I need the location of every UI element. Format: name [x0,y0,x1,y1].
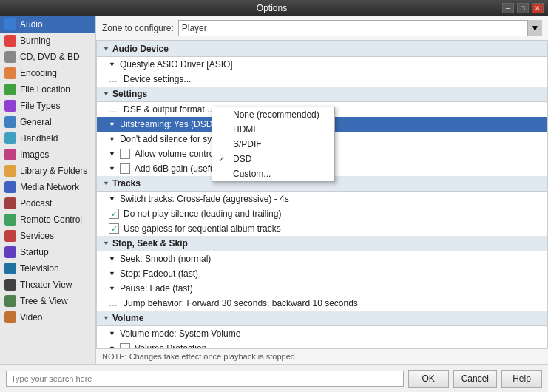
section-arrow: ▼ [103,90,109,98]
row-checkbox[interactable]: ✓ [109,223,119,234]
cancel-button[interactable]: Cancel [453,370,497,388]
dropdown-item-label: Custom... [233,169,271,179]
section-header-settings[interactable]: ▼Settings [97,87,547,102]
sidebar-item-file-types[interactable]: File Types [0,98,95,114]
sidebar-item-handheld[interactable]: Handheld [0,130,95,146]
sidebar-label-services: Services [20,231,54,241]
option-row-tracks-2[interactable]: ✓Use gapless for sequential album tracks [97,221,547,236]
checkmark-icon: ✓ [111,209,118,219]
sidebar-label-media-network: Media Network [20,182,79,192]
encoding-icon [4,67,16,79]
dropdown-item-label: None (recommended) [233,109,319,120]
sidebar-item-remote[interactable]: Remote Control [0,212,95,228]
row-text: Seek: Smooth (normal) [120,254,211,264]
option-row-tracks-1[interactable]: ✓Do not play silence (leading and traili… [97,206,547,221]
row-arrow-icon: ▼ [109,165,115,172]
sidebar-item-images[interactable]: Images [0,146,95,163]
ok-button[interactable]: OK [408,370,449,388]
footer: OK Cancel Help [0,364,548,392]
section-header-stop-seek[interactable]: ▼Stop, Seek & Skip [97,236,547,251]
sidebar-item-file-location[interactable]: File Location [0,81,95,98]
section-arrow: ▼ [103,45,109,53]
section-header-volume[interactable]: ▼Volume [97,311,547,326]
images-icon [4,149,16,160]
dropdown-item[interactable]: ✓DSD [212,152,334,166]
sidebar-item-tree[interactable]: Tree & View [0,293,95,309]
theater-icon [4,279,16,291]
help-button[interactable]: Help [501,370,542,388]
section-header-audio-device[interactable]: ▼Audio Device [97,41,547,57]
sidebar-label-theater: Theater View [20,280,72,290]
row-text: Volume Protection... [135,343,214,348]
row-checkbox[interactable]: ✓ [109,209,119,219]
row-text: Questyle ASIO Driver [ASIO] [120,59,233,70]
dropdown-item[interactable]: HDMI [212,122,334,137]
tree-icon [4,295,16,307]
sidebar-item-startup[interactable]: Startup [0,244,95,260]
row-text: Volume mode: System Volume [120,328,240,339]
sidebar-item-television[interactable]: Television [0,260,95,277]
option-row-stop-seek-2[interactable]: ▼Pause: Fade (fast) [97,281,547,296]
sidebar-item-media-network[interactable]: Media Network [0,179,95,195]
sidebar-item-burning[interactable]: Burning [0,33,95,49]
sidebar-item-audio[interactable]: Audio [0,16,95,33]
general-icon [4,116,16,128]
window-controls: ─ □ ✕ [502,3,544,13]
row-arrow-icon: ▼ [109,330,115,337]
title-bar: Options ─ □ ✕ [0,0,548,16]
option-row-stop-seek-3[interactable]: …Jump behavior: Forward 30 seconds, back… [97,296,547,311]
sidebar: AudioBurningCD, DVD & BDEncodingFile Loc… [0,16,96,364]
dropdown-item-label: S/PDIF [233,139,262,149]
dropdown-item[interactable]: None (recommended) [212,107,334,122]
sidebar-item-general[interactable]: General [0,114,95,130]
dropdown-item[interactable]: Custom... [212,166,334,181]
sidebar-item-services[interactable]: Services [0,228,95,244]
sidebar-item-video[interactable]: Video [0,309,95,325]
option-row-tracks-0[interactable]: ▼Switch tracks: Cross-fade (aggressive) … [97,192,547,206]
row-arrow-icon: ▼ [109,255,115,263]
row-arrow-icon: ▼ [109,345,115,348]
zone-select[interactable]: Player [178,20,542,36]
dropdown-item[interactable]: S/PDIF [212,137,334,152]
bitstreaming-dropdown: None (recommended)HDMIS/PDIF✓DSDCustom..… [212,107,335,182]
section-arrow: ▼ [103,314,109,322]
option-row-audio-device-0[interactable]: ▼Questyle ASIO Driver [ASIO] [97,57,547,72]
sidebar-label-cd: CD, DVD & BD [20,52,80,62]
row-arrow-icon: ▼ [109,135,115,143]
sidebar-item-encoding[interactable]: Encoding [0,65,95,81]
sidebar-label-audio: Audio [20,19,43,30]
media-network-icon [4,181,16,193]
sidebar-label-remote: Remote Control [20,214,82,225]
options-scroll[interactable]: None (recommended)HDMIS/PDIF✓DSDCustom..… [96,41,548,348]
option-row-stop-seek-1[interactable]: ▼Stop: Fadeout (fast) [97,266,547,281]
minimize-button[interactable]: ─ [502,3,514,13]
row-checkbox[interactable] [120,163,130,174]
services-icon [4,230,16,242]
startup-icon [4,246,16,258]
sidebar-label-general: General [20,117,52,127]
bottom-note: NOTE: Changes take effect once playback … [96,348,548,364]
search-input[interactable] [6,371,404,387]
row-dots: … [109,104,118,115]
sidebar-item-cd[interactable]: CD, DVD & BD [0,49,95,65]
dropdown-item-label: DSD [233,154,251,164]
sidebar-item-theater[interactable]: Theater View [0,277,95,293]
sidebar-item-podcast[interactable]: Podcast [0,195,95,212]
row-checkbox[interactable] [120,343,130,348]
option-row-volume-1[interactable]: ▼Volume Protection... [97,341,547,348]
section-label: Settings [112,89,147,99]
zone-select-wrapper: Player ▼ [178,20,542,36]
zone-bar: Zone to configure: Player ▼ [96,16,548,41]
option-row-stop-seek-0[interactable]: ▼Seek: Smooth (normal) [97,251,547,266]
row-text: Switch tracks: Cross-fade (aggressive) -… [120,194,289,204]
maximize-button[interactable]: □ [517,3,529,13]
sidebar-item-library[interactable]: Library & Folders [0,163,95,179]
option-row-audio-device-1[interactable]: …Device settings... [97,72,547,87]
option-row-volume-0[interactable]: ▼Volume mode: System Volume [97,326,547,341]
row-checkbox[interactable] [120,149,130,159]
close-button[interactable]: ✕ [532,3,544,13]
remote-icon [4,214,16,226]
sidebar-label-video: Video [20,312,42,322]
row-text: Jump behavior: Forward 30 seconds, backw… [124,298,358,308]
audio-icon [4,18,16,30]
